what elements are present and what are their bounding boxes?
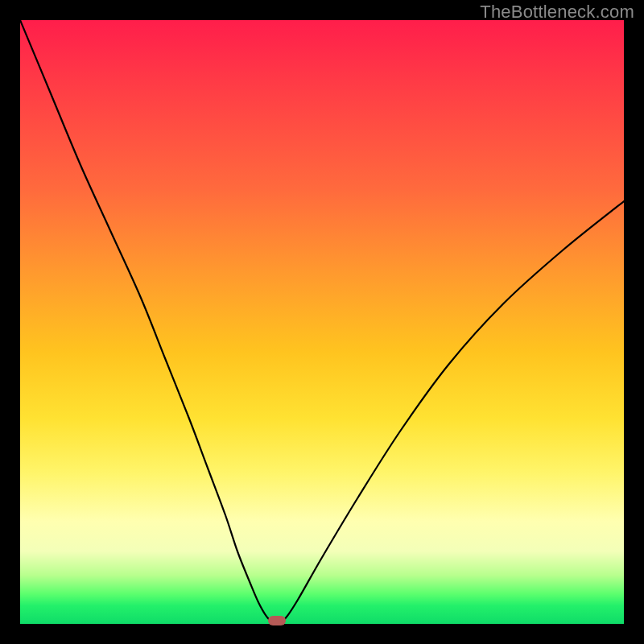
optimal-point-marker xyxy=(268,616,286,625)
bottleneck-curve xyxy=(20,20,624,624)
chart-frame: TheBottleneck.com xyxy=(0,0,644,644)
plot-area xyxy=(20,20,624,624)
